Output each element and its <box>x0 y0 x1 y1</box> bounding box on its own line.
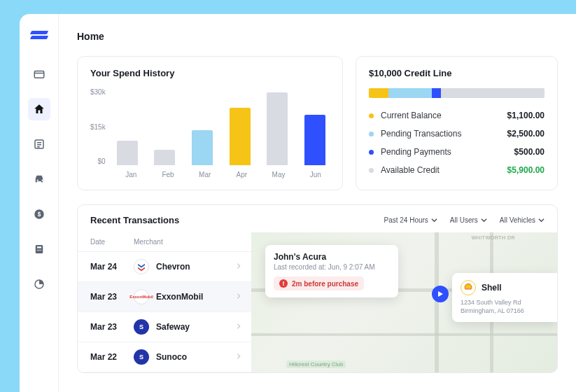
transactions-title: Recent Transactions <box>90 215 371 225</box>
chart-y-axis: $30k$15k$0 <box>90 88 106 165</box>
transaction-row[interactable]: Mar 23ExxonMobilExxonMobil <box>78 282 251 312</box>
chevron-down-icon <box>481 217 487 223</box>
warning-badge: ! 2m before purchase <box>274 276 364 290</box>
svg-rect-0 <box>34 71 44 78</box>
filter-vehicles[interactable]: All Vehicles <box>500 216 545 224</box>
transaction-row[interactable]: Mar 22SSunoco <box>78 342 251 372</box>
main-content: Home Your Spend History $30k$15k$0 JanFe… <box>59 14 576 392</box>
shell-logo-icon <box>461 280 476 295</box>
chevron-right-icon <box>236 322 241 332</box>
filter-time-label: Past 24 Hours <box>384 216 428 224</box>
nav-dollar-icon[interactable]: $ <box>28 203 50 225</box>
map-landmark-label: Hillcrest Country Club <box>286 360 346 368</box>
credit-row: Pending Payments$500.00 <box>369 147 545 157</box>
warning-text: 2m before purchase <box>292 280 358 288</box>
credit-line-card: $10,000 Credit Line Current Balance$1,10… <box>356 56 558 190</box>
chart-bar[interactable] <box>192 130 213 165</box>
chart-bar[interactable] <box>230 108 251 165</box>
merchant-icon <box>134 259 149 274</box>
alert-icon: ! <box>279 279 288 288</box>
credit-row: Current Balance$1,100.00 <box>369 111 545 120</box>
chart-bars <box>113 88 330 165</box>
chevron-right-icon <box>236 352 241 362</box>
nav-pie-icon[interactable] <box>28 273 50 295</box>
transaction-row[interactable]: Mar 23SSafeway <box>78 312 251 342</box>
vehicle-popup-subtitle: Last recorded at: Jun, 9 2:07 AM <box>274 263 390 271</box>
chart-bar[interactable] <box>304 115 325 165</box>
station-address: 1234 South Valley Rd Birmingham, AL 0716… <box>461 298 549 315</box>
play-icon <box>437 290 444 298</box>
vehicle-popup-title: John's Acura <box>274 252 390 262</box>
filter-users-label: All Users <box>450 216 478 224</box>
credit-card-title: $10,000 Credit Line <box>369 68 545 78</box>
merchant-icon: S <box>134 349 149 365</box>
transaction-row[interactable]: Mar 24Chevron <box>78 252 251 282</box>
credit-row: Pending Transactions$2,500.00 <box>369 129 545 139</box>
svg-text:$: $ <box>37 211 41 218</box>
recent-transactions-card: Recent Transactions Past 24 Hours All Us… <box>77 204 558 373</box>
chart-bar[interactable] <box>267 92 288 165</box>
page-title: Home <box>77 31 558 42</box>
spend-history-card: Your Spend History $30k$15k$0 JanFebMarA… <box>77 56 343 190</box>
transactions-list: Date Merchant Mar 24ChevronMar 23ExxonMo… <box>78 232 251 372</box>
map-location-pin[interactable] <box>432 286 449 302</box>
nav-card-icon[interactable] <box>28 63 50 85</box>
station-name: Shell <box>482 283 502 293</box>
credit-row: Available Credit$5,900.00 <box>369 165 545 175</box>
chevron-right-icon <box>236 262 241 272</box>
filter-time[interactable]: Past 24 Hours <box>384 216 437 224</box>
chevron-down-icon <box>431 217 437 223</box>
chevron-down-icon <box>538 217 545 223</box>
nav-home-icon[interactable] <box>28 98 50 120</box>
svg-rect-8 <box>35 245 43 253</box>
vehicle-popup: John's Acura Last recorded at: Jun, 9 2:… <box>265 245 398 298</box>
spend-card-title: Your Spend History <box>90 68 330 78</box>
chart-x-axis: JanFebMarAprMayJun <box>117 171 330 178</box>
merchant-icon: ExxonMobil <box>134 289 149 304</box>
filter-vehicles-label: All Vehicles <box>500 216 535 224</box>
col-merchant: Merchant <box>134 238 163 246</box>
svg-point-11 <box>38 250 40 251</box>
credit-breakdown-list: Current Balance$1,100.00Pending Transact… <box>369 111 545 175</box>
svg-rect-9 <box>37 246 41 248</box>
nav-calculator-icon[interactable] <box>28 238 50 260</box>
brand-logo <box>31 27 48 43</box>
nav-vehicle-icon[interactable] <box>28 168 50 190</box>
nav-list-icon[interactable] <box>28 133 50 155</box>
transaction-map[interactable]: WHITWORTH DR Hillcrest Country Club John… <box>251 232 557 372</box>
svg-point-10 <box>37 250 38 251</box>
credit-progress-bar <box>369 88 545 98</box>
filter-users[interactable]: All Users <box>450 216 487 224</box>
svg-point-12 <box>40 250 41 251</box>
station-popup: Shell 1234 South Valley Rd Birmingham, A… <box>452 273 557 322</box>
sidebar: $ <box>20 14 59 392</box>
merchant-icon: S <box>134 319 149 335</box>
chart-bar[interactable] <box>117 141 138 165</box>
chart-bar[interactable] <box>154 150 175 165</box>
map-street-label: WHITWORTH DR <box>472 235 515 240</box>
col-date: Date <box>90 238 134 246</box>
chevron-right-icon <box>236 292 241 302</box>
